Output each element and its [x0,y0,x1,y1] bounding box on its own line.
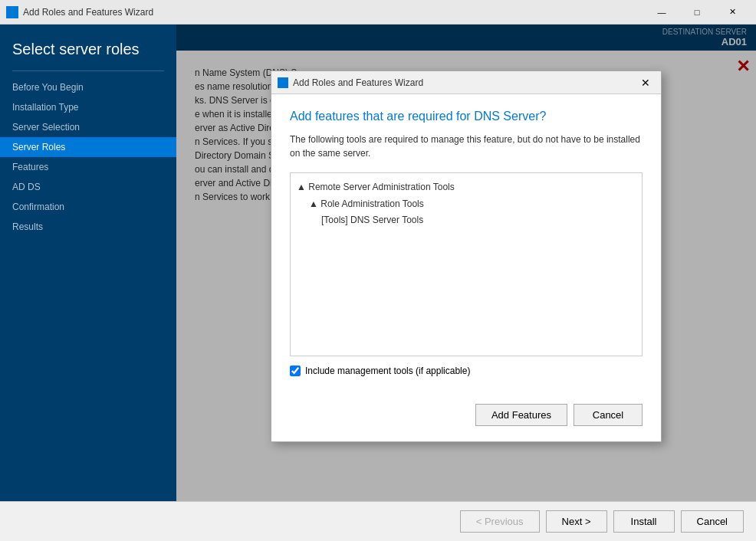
previous-button[interactable]: < Previous [460,510,540,533]
modal-dialog: Add Roles and Features Wizard ✕ Add feat… [271,70,662,442]
sidebar-item-results[interactable]: Results [0,217,176,237]
app-icon [6,6,18,18]
modal-title: Add Roles and Features Wizard [293,77,636,88]
install-button[interactable]: Install [613,510,675,533]
modal-body: Add features that are required for DNS S… [271,94,661,404]
sidebar-divider [12,70,164,71]
management-tools-checkbox[interactable] [290,366,301,376]
sidebar-item-server-roles[interactable]: Server Roles [0,137,176,157]
main-content: Select server roles Before You Begin Ins… [0,25,756,501]
minimize-button[interactable]: — [644,0,679,25]
title-bar-text: Add Roles and Features Wizard [23,7,644,18]
modal-cancel-button[interactable]: Cancel [574,404,643,426]
modal-close-button[interactable]: ✕ [636,74,655,92]
close-button[interactable]: ✕ [715,0,750,25]
sidebar-item-ad-ds[interactable]: AD DS [0,177,176,197]
tree-item-3: [Tools] DNS Server Tools [297,212,636,229]
modal-app-icon [278,77,288,88]
management-tools-row: Include management tools (if applicable) [290,366,643,376]
tree-item-2: ▲ Role Administration Tools [297,196,636,213]
right-content: DESTINATION SERVER AD01 ✕ n Name System … [176,25,756,501]
cancel-button[interactable]: Cancel [681,510,744,533]
maximize-button[interactable]: □ [679,0,715,25]
modal-footer: Add Features Cancel [271,404,661,441]
tree-arrow-1: ▲ [297,182,308,192]
sidebar-item-before-you-begin[interactable]: Before You Begin [0,77,176,97]
sidebar-item-confirmation[interactable]: Confirmation [0,197,176,217]
sidebar-header: Select server roles [0,25,176,70]
sidebar-item-features[interactable]: Features [0,157,176,177]
modal-heading: Add features that are required for DNS S… [290,110,643,123]
sidebar: Select server roles Before You Begin Ins… [0,25,176,501]
sidebar-item-server-selection[interactable]: Server Selection [0,117,176,137]
management-tools-label: Include management tools (if applicable) [305,366,470,376]
sidebar-item-installation-type[interactable]: Installation Type [0,97,176,117]
tree-container: ▲ Remote Server Administration Tools ▲ R… [290,172,643,356]
modal-description: The following tools are required to mana… [290,133,643,160]
title-bar-controls: — □ ✕ [644,0,750,25]
tree-arrow-2: ▲ [309,198,320,209]
tree-item-1: ▲ Remote Server Administration Tools [297,179,636,196]
next-button[interactable]: Next > [546,510,607,533]
add-features-button[interactable]: Add Features [475,404,567,426]
modal-overlay: Add Roles and Features Wizard ✕ Add feat… [176,25,756,501]
title-bar: Add Roles and Features Wizard — □ ✕ [0,0,756,25]
bottom-bar: < Previous Next > Install Cancel [0,501,756,541]
modal-titlebar: Add Roles and Features Wizard ✕ [271,71,661,94]
